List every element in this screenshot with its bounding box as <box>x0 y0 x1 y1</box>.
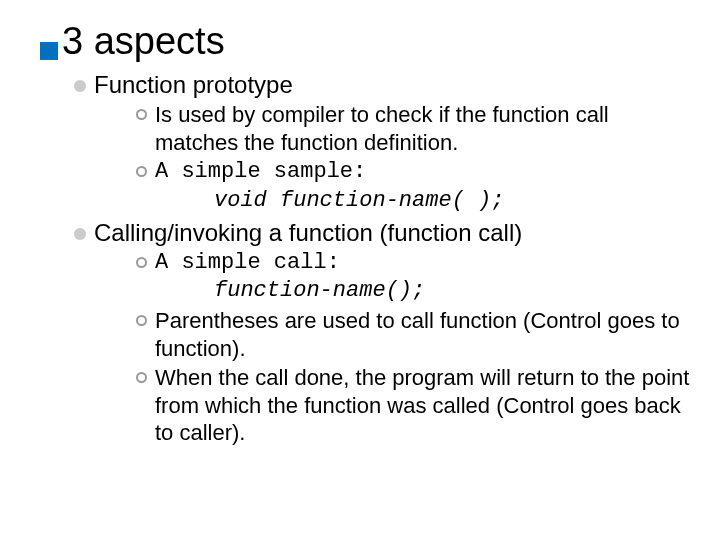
ring-bullet-icon <box>136 166 147 177</box>
ring-bullet-icon <box>136 109 147 120</box>
list-item: A simple call: <box>136 249 690 277</box>
dot-bullet-icon <box>74 228 86 240</box>
subitem-text: Parentheses are used to call function (C… <box>155 307 690 362</box>
list-item: Parentheses are used to call function (C… <box>136 307 690 362</box>
slide-title: 3 aspects <box>62 20 225 63</box>
ring-bullet-icon <box>136 315 147 326</box>
ring-bullet-icon <box>136 257 147 268</box>
ring-bullet-icon <box>136 372 147 383</box>
list-item: Is used by compiler to check if the func… <box>136 101 690 156</box>
sublist: A simple call: <box>74 249 690 277</box>
section-heading: Function prototype <box>94 71 293 99</box>
section-calling-invoking: Calling/invoking a function (function ca… <box>40 219 690 447</box>
list-item: A simple sample: <box>136 158 690 186</box>
list-item: Calling/invoking a function (function ca… <box>74 219 690 247</box>
subitem-prefix: A simple call: <box>155 249 340 277</box>
sublist: Is used by compiler to check if the func… <box>74 101 690 186</box>
list-item: Function prototype <box>74 71 690 99</box>
subitem-text: Is used by compiler to check if the func… <box>155 101 690 156</box>
square-bullet-icon <box>40 42 58 60</box>
subitem-text: When the call done, the program will ret… <box>155 364 690 447</box>
slide-title-row: 3 aspects <box>40 20 690 63</box>
sublist: Parentheses are used to call function (C… <box>74 307 690 447</box>
section-heading: Calling/invoking a function (function ca… <box>94 219 522 247</box>
subitem-prefix: A simple sample: <box>155 158 366 186</box>
dot-bullet-icon <box>74 80 86 92</box>
code-sample: void function-name( ); <box>74 188 690 213</box>
list-item: When the call done, the program will ret… <box>136 364 690 447</box>
code-sample: function-name(); <box>74 278 690 303</box>
section-function-prototype: Function prototype Is used by compiler t… <box>40 71 690 213</box>
